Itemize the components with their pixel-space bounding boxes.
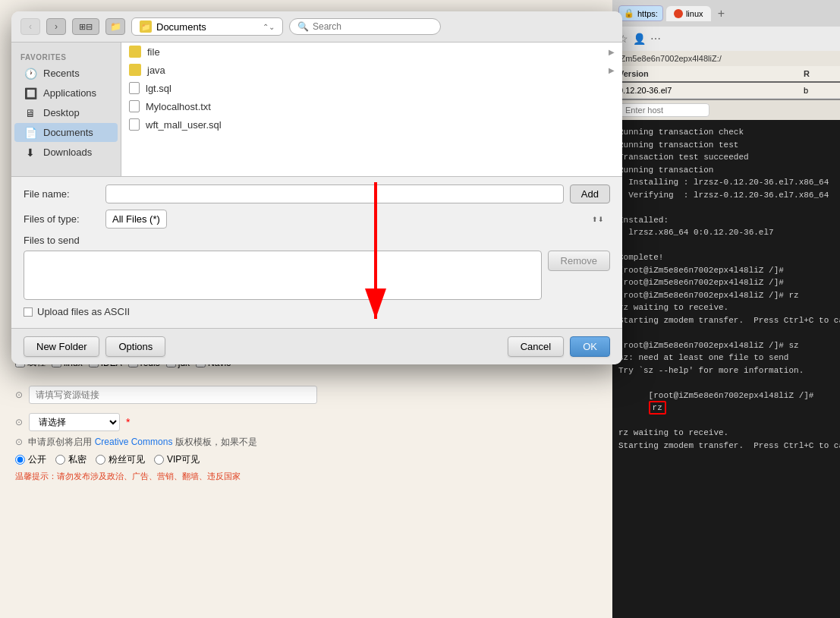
terminal-line-12: [root@iZm5e8e6n7002epx4l48liZ /]#	[618, 264, 834, 277]
terminal-line-8: Installed:	[618, 214, 834, 227]
add-tab-button[interactable]: +	[714, 6, 729, 21]
select-row: ⊙ 请选择 *	[15, 413, 607, 431]
terminal-line-11: Complete!	[618, 251, 834, 264]
category-select[interactable]: 请选择	[29, 413, 120, 431]
terminal-line-2: Running transaction test	[618, 139, 834, 152]
sidebar-item-documents-label: Documents	[43, 127, 93, 138]
terminal-line-22: rz waiting to receive.	[618, 427, 834, 440]
file-row-java[interactable]: java ▶	[121, 61, 622, 79]
warning-text: 温馨提示：请勿发布涉及政治、广告、营销、翻墙、违反国家	[15, 471, 607, 482]
footer-left-buttons: New Folder Options	[24, 336, 165, 357]
file-name-wft: wft_mall_user.sql	[146, 119, 222, 131]
browser-tab-linux[interactable]: linux	[666, 6, 711, 21]
files-to-send-box	[24, 251, 542, 300]
address-display: iZm5e8e6n7002epx4l48liZ:/	[612, 51, 840, 66]
sidebar-item-applications-label: Applications	[43, 87, 96, 99]
terminal-line-20: Try `sz --help' for more information.	[618, 364, 834, 377]
version-header: Version R	[612, 66, 840, 83]
terminal-line-10	[618, 239, 834, 252]
radio-vip[interactable]: VIP可见	[154, 453, 200, 466]
dialog-footer: New Folder Options Cancel OK	[11, 328, 622, 364]
filename-label: File name:	[24, 188, 99, 200]
search-icon: 🔍	[297, 21, 309, 32]
sql-icon-wft	[129, 118, 140, 131]
file-name-file: file	[147, 46, 160, 58]
version-table-area: Version R 0.12.20-36.el7 b	[612, 66, 840, 100]
filename-input[interactable]	[105, 184, 564, 203]
filename-row: File name: Add	[24, 184, 610, 203]
version-col-header: Version	[618, 69, 804, 78]
new-folder-button[interactable]: New Folder	[24, 336, 99, 357]
terminal-line-18: [root@iZm5e8e6n7002epx4l48liZ /]# sz	[618, 339, 834, 352]
file-row-mylocalhost[interactable]: Mylocalhost.txt	[121, 97, 622, 115]
ascii-checkbox[interactable]	[24, 307, 33, 317]
radio-private[interactable]: 私密	[55, 453, 87, 466]
browser-tabs: 🔒 https: linux +	[612, 0, 840, 27]
tab-favicon	[674, 9, 683, 18]
view-button[interactable]: ⊞⊟	[72, 18, 99, 35]
file-row-wft[interactable]: wft_mall_user.sql	[121, 115, 622, 134]
radio-public[interactable]: 公开	[15, 453, 46, 466]
dialog-toolbar: ‹ › ⊞⊟ 📁 📁 Documents ⌃⌄ 🔍	[11, 11, 622, 43]
terminal-line-3: Transaction test succeeded	[618, 151, 834, 164]
ascii-label: Upload files as ASCII	[37, 306, 130, 317]
sidebar-item-desktop-label: Desktop	[43, 107, 80, 118]
terminal-line-9: lrzsz.x86_64 0:0.12.20-36.el7	[618, 226, 834, 239]
options-button[interactable]: Options	[105, 336, 165, 357]
search-box[interactable]: 🔍	[289, 18, 441, 35]
cancel-button[interactable]: Cancel	[508, 336, 564, 357]
applications-icon: 🔲	[24, 88, 37, 99]
cc-link[interactable]: Creative Commons	[95, 437, 173, 447]
sidebar-item-applications[interactable]: 🔲 Applications	[14, 84, 118, 102]
forward-button[interactable]: ›	[46, 18, 66, 35]
location-icon: 📁	[140, 20, 152, 33]
rz-command-highlight: rz	[649, 401, 666, 415]
terminal-line-21: [root@iZm5e8e6n7002epx4l48liZ /]# rz	[618, 377, 834, 427]
terminal-line-1: Running transaction check	[618, 126, 834, 139]
recents-icon: 🕐	[24, 68, 37, 79]
repo-col-header: R	[804, 69, 834, 78]
visibility-group: 公开 私密 粉丝可见 VIP可见	[15, 453, 607, 466]
version-row: 0.12.20-36.el7 b	[612, 83, 840, 99]
new-folder-nav-button[interactable]: 📁	[105, 18, 125, 35]
user-icon[interactable]: 👤	[633, 33, 646, 45]
terminal-line-23: Starting zmodem transfer. Press Ctrl+C t…	[618, 440, 834, 452]
file-row-file[interactable]: file ▶	[121, 43, 622, 61]
dialog-body: Favorites 🕐 Recents 🔲 Applications 🖥 Des…	[11, 43, 622, 176]
terminal-line-16: Starting zmodem transfer. Press Ctrl+C t…	[618, 314, 834, 327]
file-name-mylocalhost: Mylocalhost.txt	[146, 101, 211, 112]
terminal-content: Running transaction check Running transa…	[612, 120, 840, 618]
more-icon[interactable]: ⋯	[650, 33, 661, 45]
url-input[interactable]	[29, 386, 317, 404]
search-input[interactable]	[313, 21, 433, 32]
host-input[interactable]	[618, 103, 709, 117]
file-name-lgt: lgt.sql	[146, 83, 171, 94]
terminal-line-19: sz: need at least one file to send	[618, 352, 834, 364]
sidebar-item-documents[interactable]: 📄 Documents	[14, 123, 118, 142]
file-name-java: java	[147, 65, 165, 76]
desktop-icon: 🖥	[24, 108, 37, 118]
file-row-lgt[interactable]: lgt.sql	[121, 79, 622, 97]
terminal-line-15: rz waiting to receive.	[618, 301, 834, 314]
dialog-file-area: file ▶ java ▶ lgt.sql Mylocalhost.txt	[121, 43, 622, 176]
favorites-label: Favorites	[11, 50, 121, 63]
sql-icon-lgt	[129, 82, 140, 94]
back-button[interactable]: ‹	[20, 18, 40, 35]
browser-tab-https[interactable]: 🔒 https:	[618, 5, 663, 21]
dialog-sidebar: Favorites 🕐 Recents 🔲 Applications 🖥 Des…	[11, 43, 121, 176]
sidebar-item-downloads[interactable]: ⬇ Downloads	[14, 143, 118, 162]
filetype-select[interactable]: All Files (*)	[105, 210, 167, 229]
browser-address-bar: ☆ 👤 ⋯	[612, 27, 840, 51]
location-dropdown[interactable]: 📁 Documents ⌃⌄	[131, 17, 283, 36]
sidebar-item-desktop[interactable]: 🖥 Desktop	[14, 103, 118, 122]
downloads-icon: ⬇	[24, 147, 37, 158]
location-name: Documents	[156, 21, 258, 33]
radio-fans[interactable]: 粉丝可见	[96, 453, 145, 466]
ok-button[interactable]: OK	[570, 336, 610, 357]
required-indicator: *	[126, 416, 130, 428]
sidebar-item-recents[interactable]: 🕐 Recents	[14, 64, 118, 83]
file-list: file ▶ java ▶ lgt.sql Mylocalhost.txt	[121, 43, 622, 176]
remove-button[interactable]: Remove	[548, 251, 610, 271]
host-input-area	[612, 100, 840, 120]
add-button[interactable]: Add	[570, 184, 610, 203]
